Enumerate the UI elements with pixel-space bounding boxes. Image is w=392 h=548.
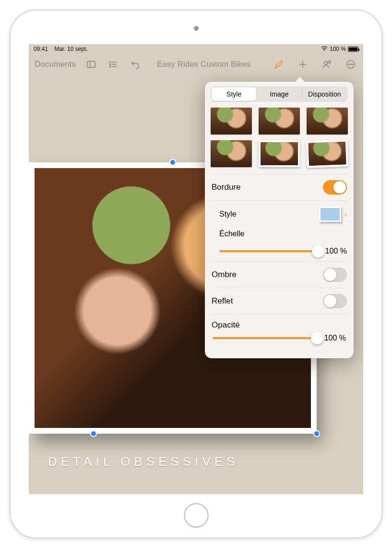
border-scale-slider[interactable] — [219, 250, 318, 252]
style-preset[interactable] — [307, 108, 348, 134]
svg-rect-1 — [87, 61, 95, 68]
caption-text[interactable]: DETAIL OBSESSIVES — [48, 454, 239, 469]
status-date: Mar. 10 sept. — [54, 46, 87, 52]
format-popover: Style Image Disposition Bordure Style — [205, 82, 354, 358]
svg-point-17 — [350, 64, 351, 65]
reflect-toggle[interactable] — [323, 294, 347, 308]
tab-image[interactable]: Image — [257, 87, 301, 101]
svg-point-11 — [324, 61, 327, 64]
border-toggle[interactable] — [323, 180, 347, 195]
svg-point-5 — [109, 66, 110, 67]
border-style-swatch — [319, 207, 341, 222]
svg-point-4 — [109, 64, 110, 65]
front-camera — [194, 26, 199, 31]
format-tabs: Style Image Disposition — [211, 86, 348, 102]
border-label: Bordure — [212, 183, 240, 192]
insert-plus-icon[interactable] — [296, 58, 309, 71]
battery-percent: 100 % — [330, 46, 346, 52]
shadow-row: Ombre — [211, 261, 348, 288]
style-preset[interactable] — [259, 140, 300, 167]
status-left: 09:41 Mar. 10 sept. — [34, 46, 88, 52]
tab-style[interactable]: Style — [212, 87, 256, 101]
svg-point-0 — [324, 50, 325, 51]
resize-handle-top[interactable] — [170, 160, 175, 165]
opacity-slider[interactable] — [213, 337, 317, 339]
opacity-label: Opacité — [212, 320, 240, 329]
border-style-row[interactable]: Style › — [211, 200, 348, 228]
border-scale-row: Échelle — [211, 228, 348, 244]
home-button[interactable] — [184, 503, 209, 528]
style-preset[interactable] — [211, 140, 252, 167]
opacity-section: Opacité 100 % — [211, 314, 348, 348]
resize-handle-bottom-right[interactable] — [314, 431, 319, 436]
tab-disposition[interactable]: Disposition — [302, 87, 347, 101]
style-preset[interactable] — [306, 140, 348, 168]
opacity-value: 100 % — [322, 334, 346, 342]
chevron-right-icon: › — [344, 209, 347, 219]
border-style-label: Style — [219, 210, 237, 219]
battery-icon — [348, 47, 358, 52]
documents-back-button[interactable]: Documents — [35, 60, 76, 69]
style-preset[interactable] — [259, 108, 300, 134]
border-scale-value: 100 % — [323, 247, 347, 256]
sidebar-toggle-icon[interactable] — [84, 58, 98, 71]
collaborate-icon[interactable] — [320, 58, 333, 71]
style-preset[interactable] — [211, 108, 252, 134]
svg-point-12 — [328, 61, 331, 63]
style-presets-grid — [211, 108, 348, 167]
shadow-toggle[interactable] — [323, 268, 347, 282]
border-row: Bordure — [211, 174, 348, 200]
ipad-frame: 09:41 Mar. 10 sept. 100 % Documents — [10, 10, 382, 538]
undo-icon[interactable] — [129, 58, 142, 71]
border-scale-slider-row: 100 % — [211, 244, 348, 261]
list-icon[interactable] — [107, 58, 120, 71]
status-time: 09:41 — [34, 46, 48, 52]
border-scale-label: Échelle — [219, 230, 244, 238]
svg-point-3 — [109, 61, 110, 62]
resize-handle-bottom-left[interactable] — [91, 431, 96, 436]
reflect-label: Reflet — [212, 296, 233, 306]
format-brush-icon[interactable] — [272, 58, 285, 71]
status-right: 100 % — [321, 45, 358, 53]
reflect-row: Reflet — [211, 288, 348, 314]
more-icon[interactable] — [344, 58, 357, 71]
svg-point-16 — [348, 64, 349, 65]
svg-point-18 — [352, 64, 353, 65]
document-title: Easy Rides Custom Bikes — [157, 60, 251, 69]
shadow-label: Ombre — [212, 270, 237, 280]
screen: 09:41 Mar. 10 sept. 100 % Documents — [29, 44, 363, 494]
app-toolbar: Documents Easy Rides Custom Bikes — [29, 54, 363, 75]
status-bar: 09:41 Mar. 10 sept. 100 % — [29, 44, 363, 54]
wifi-icon — [321, 45, 328, 53]
